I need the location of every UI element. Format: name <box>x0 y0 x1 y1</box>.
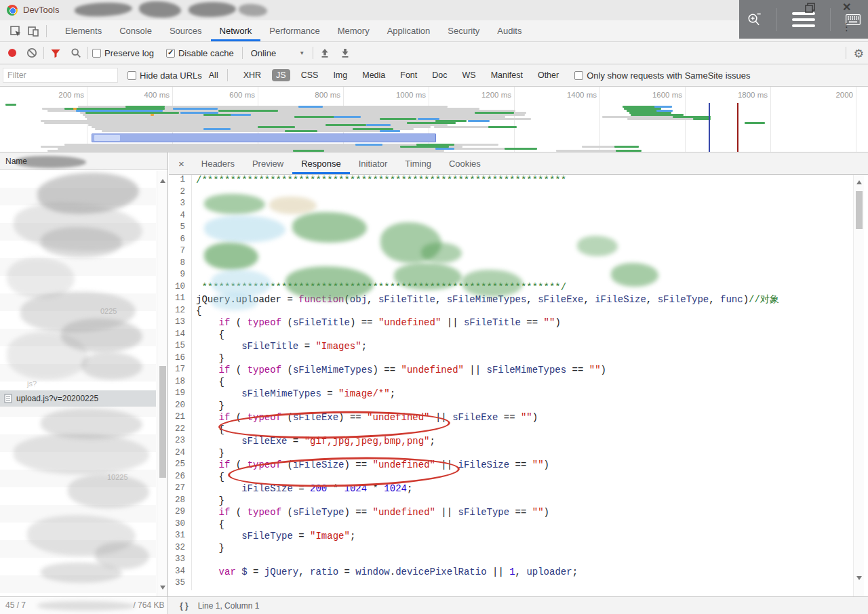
magnifier-minus-icon[interactable] <box>747 12 762 27</box>
request-row-selected[interactable]: upload.js?v=20200225 <box>0 390 156 407</box>
clear-icon[interactable] <box>24 45 39 60</box>
main-tab-audits[interactable]: Audits <box>488 20 530 41</box>
filter-type-font[interactable]: Font <box>396 69 421 81</box>
line-number: 28 <box>169 495 192 508</box>
settings-gear-icon[interactable]: ⚙ <box>854 47 864 60</box>
window-title: DevTools <box>23 5 59 15</box>
scroll-down-arrow[interactable] <box>160 586 165 590</box>
line-number: 30 <box>169 519 192 531</box>
detail-tab-cookies[interactable]: Cookies <box>440 152 490 174</box>
line-number: 5 <box>169 222 192 234</box>
scrollbar-thumb[interactable] <box>856 191 863 229</box>
filter-type-other[interactable]: Other <box>534 69 563 81</box>
detail-tab-response[interactable]: Response <box>292 152 350 174</box>
filter-type-xhr[interactable]: XHR <box>239 69 265 81</box>
inspect-element-icon[interactable] <box>7 22 24 40</box>
code-line: 16 } <box>169 353 868 365</box>
filter-type-css[interactable]: CSS <box>297 69 323 81</box>
close-icon[interactable]: × <box>169 152 193 174</box>
scroll-up-arrow[interactable] <box>160 179 165 183</box>
hide-data-urls-label: Hide data URLs <box>140 70 202 81</box>
main-tab-elements[interactable]: Elements <box>56 20 111 41</box>
filter-type-media[interactable]: Media <box>358 69 389 81</box>
filter-type-doc[interactable]: Doc <box>428 69 451 81</box>
hide-data-urls-checkbox[interactable] <box>127 71 136 80</box>
preserve-log-checkbox[interactable] <box>92 49 101 58</box>
main-tab-security[interactable]: Security <box>439 20 488 41</box>
line-number: 9 <box>169 270 192 282</box>
record-button[interactable] <box>8 49 16 57</box>
main-tab-application[interactable]: Application <box>378 20 439 41</box>
scroll-down-arrow[interactable] <box>856 576 862 580</box>
timeline-tick-label: 1800 ms <box>707 91 768 99</box>
filter-type-js[interactable]: JS <box>272 69 290 81</box>
window-close-button[interactable]: ✕ <box>842 1 851 14</box>
code-line: 1/**************************************… <box>169 175 868 187</box>
import-har-icon[interactable] <box>317 45 332 60</box>
line-number: 18 <box>169 377 192 389</box>
requests-scrollbar[interactable] <box>157 171 167 596</box>
line-number: 19 <box>169 388 192 401</box>
detail-tabbar: × HeadersPreviewResponseInitiatorTimingC… <box>169 152 868 175</box>
network-filter-bar: Hide data URLs All XHRJSCSSImgMediaFontD… <box>0 64 868 87</box>
waterfall-bar <box>616 150 642 152</box>
detail-tab-timing[interactable]: Timing <box>396 152 440 174</box>
line-number: 7 <box>169 246 192 258</box>
code-line: 18 { <box>169 377 868 389</box>
device-toolbar-icon[interactable] <box>24 22 42 40</box>
export-har-icon[interactable] <box>338 45 353 60</box>
waterfall-bar <box>293 150 324 152</box>
window-titlebar: DevTools <box>0 0 868 20</box>
requests-list[interactable] <box>0 170 156 596</box>
code-line: 13 if ( typeof (sFileTitle) == "undefine… <box>169 317 868 329</box>
timeline-tick-label: 1400 ms <box>536 91 597 99</box>
samesite-checkbox[interactable] <box>574 71 583 80</box>
devtools-menu-icon[interactable]: ⋮ <box>842 24 850 29</box>
code-line: 10 *************************************… <box>169 282 868 294</box>
timeline-tick-label: 2000 <box>792 91 853 99</box>
waterfall-bar <box>468 120 490 122</box>
status-bar: 45 / 7 / 764 KB { } Line 1, Column 1 <box>0 596 868 614</box>
disable-cache-checkbox[interactable] <box>166 49 175 58</box>
network-overview-timeline[interactable]: 200 ms400 ms600 ms800 ms1000 ms1200 ms14… <box>0 87 868 152</box>
response-code-viewer[interactable]: 1/**************************************… <box>169 175 868 596</box>
samesite-label: Only show requests with SameSite issues <box>587 70 750 81</box>
window-restore-button[interactable] <box>804 2 816 16</box>
code-line: 14 { <box>169 329 868 342</box>
search-icon[interactable] <box>68 45 83 60</box>
scroll-up-arrow[interactable] <box>856 180 862 184</box>
main-tab-memory[interactable]: Memory <box>329 20 378 41</box>
filter-input[interactable] <box>3 68 118 83</box>
throttling-select[interactable]: Online <box>251 48 277 58</box>
main-tab-network[interactable]: Network <box>211 20 261 41</box>
filter-icon[interactable] <box>48 45 63 60</box>
line-number: 29 <box>169 507 192 519</box>
waterfall-bar <box>102 130 400 132</box>
main-tab-performance[interactable]: Performance <box>260 20 328 41</box>
code-vertical-scrollbar[interactable] <box>853 175 864 596</box>
line-number: 34 <box>169 567 192 579</box>
code-line: 9 <box>169 270 868 282</box>
line-number: 32 <box>169 543 192 555</box>
requests-panel: Name js? 0225 10225 upload.js?v=20200225 <box>0 152 168 596</box>
main-tab-console[interactable]: Console <box>111 20 161 41</box>
filter-type-img[interactable]: Img <box>329 69 351 81</box>
pretty-print-icon[interactable]: { } <box>180 601 189 611</box>
name-column-header[interactable]: Name <box>0 152 168 170</box>
detail-tab-initiator[interactable]: Initiator <box>350 152 397 174</box>
line-number: 17 <box>169 365 192 377</box>
detail-tab-headers[interactable]: Headers <box>193 152 243 174</box>
cursor-position: Line 1, Column 1 <box>198 601 260 611</box>
filter-type-manifest[interactable]: Manifest <box>487 69 527 81</box>
scrollbar-thumb[interactable] <box>159 366 166 478</box>
detail-tab-preview[interactable]: Preview <box>243 152 292 174</box>
filter-type-ws[interactable]: WS <box>458 69 480 81</box>
line-number: 33 <box>169 554 192 567</box>
waterfall-bar <box>92 134 436 142</box>
code-line: 32 } <box>169 543 868 555</box>
timeline-tick-label: 1600 ms <box>621 91 682 99</box>
filter-type-all[interactable]: All <box>205 69 222 81</box>
line-number: 20 <box>169 401 192 413</box>
code-line: 30 { <box>169 519 868 531</box>
main-tab-sources[interactable]: Sources <box>161 20 211 41</box>
